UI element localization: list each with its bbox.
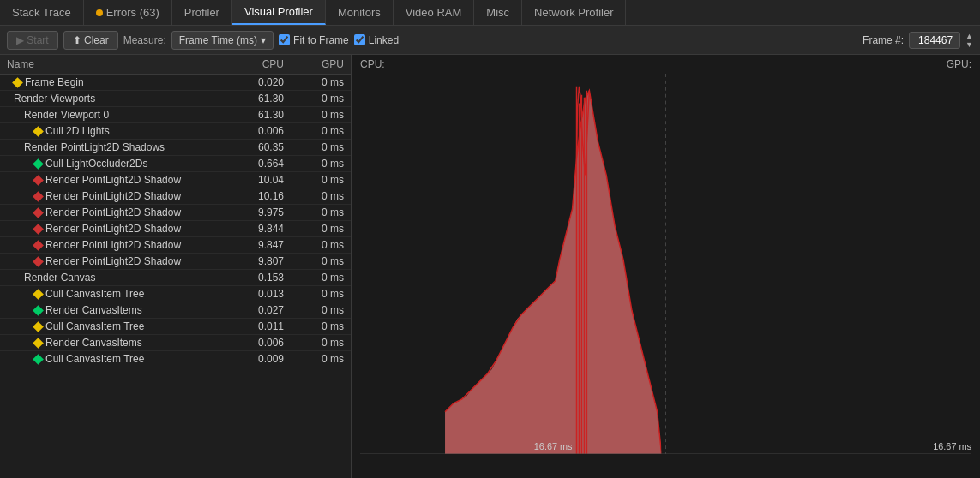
row-cpu-value: 0.020: [224, 76, 284, 88]
chart-labels: CPU: GPU:: [352, 55, 980, 74]
row-gpu-value: 0 ms: [284, 239, 344, 251]
table-row: Render PointLight2D Shadow9.8070 ms: [0, 254, 351, 270]
table-row: Render PointLight2D Shadow10.160 ms: [0, 188, 351, 205]
row-icon: [33, 321, 44, 332]
row-name-text: Cull 2D Lights: [45, 125, 110, 137]
table-row: Cull LightOccluder2Ds0.6640 ms: [0, 156, 351, 172]
row-gpu-value: 0 ms: [284, 174, 344, 186]
row-gpu-value: 0 ms: [284, 190, 344, 202]
row-gpu-value: 0 ms: [284, 223, 344, 235]
main-area: Name CPU GPU Frame Begin0.0200 msRender …: [0, 55, 980, 478]
table-row: Cull CanvasItem Tree0.0110 ms: [0, 319, 351, 335]
row-cpu-value: 9.847: [224, 239, 284, 251]
error-dot: [96, 9, 103, 16]
chevron-down-icon: ▾: [261, 34, 266, 46]
table-row: Cull 2D Lights0.0060 ms: [0, 123, 351, 140]
table-header: Name CPU GPU: [0, 55, 351, 75]
row-name-text: Render CanvasItems: [45, 337, 142, 349]
frame-label: Frame #:: [863, 34, 904, 46]
tab-misc[interactable]: Misc: [474, 0, 522, 25]
right-panel: CPU: GPU:: [352, 55, 980, 478]
row-name-text: Cull CanvasItem Tree: [45, 320, 144, 332]
svg-text:16.67 ms: 16.67 ms: [933, 441, 971, 451]
table-rows: Frame Begin0.0200 msRender Viewports61.3…: [0, 75, 351, 367]
row-cpu-value: 0.009: [224, 353, 284, 365]
row-name-text: Render PointLight2D Shadow: [45, 223, 181, 235]
row-cpu-value: 9.844: [224, 223, 284, 235]
row-gpu-value: 0 ms: [284, 272, 344, 284]
nav-tabs: Stack Trace Errors (63) Profiler Visual …: [0, 0, 980, 26]
tab-profiler[interactable]: Profiler: [172, 0, 232, 25]
spinner-down-icon[interactable]: ▼: [965, 40, 973, 49]
row-gpu-value: 0 ms: [284, 93, 344, 105]
row-gpu-value: 0 ms: [284, 337, 344, 349]
row-cpu-value: 10.16: [224, 190, 284, 202]
table-row: Render CanvasItems0.0060 ms: [0, 335, 351, 351]
frame-number-area: Frame #: 184467 ▲ ▼: [863, 32, 973, 49]
table-row: Render CanvasItems0.0270 ms: [0, 302, 351, 319]
row-name-text: Cull CanvasItem Tree: [45, 353, 144, 365]
row-cpu-value: 61.30: [224, 93, 284, 105]
chart-svg: 16.67 ms 16.67 ms: [360, 74, 971, 454]
row-name-text: Render PointLight2D Shadow: [45, 174, 181, 186]
row-name-text: Render PointLight2D Shadow: [45, 190, 181, 202]
row-gpu-value: 0 ms: [284, 125, 344, 137]
table-row: Render PointLight2D Shadows60.350 ms: [0, 140, 351, 156]
row-cpu-value: 10.04: [224, 174, 284, 186]
clear-button[interactable]: ⬆ Clear: [63, 31, 118, 50]
row-gpu-value: 0 ms: [284, 304, 344, 316]
row-name-text: Cull CanvasItem Tree: [45, 288, 144, 300]
row-cpu-value: 0.664: [224, 158, 284, 170]
row-cpu-value: 9.807: [224, 255, 284, 267]
row-gpu-value: 0 ms: [284, 320, 344, 332]
table-row: Cull CanvasItem Tree0.0090 ms: [0, 351, 351, 367]
row-icon: [33, 207, 44, 218]
row-icon: [33, 240, 44, 251]
row-icon: [33, 224, 44, 235]
row-gpu-value: 0 ms: [284, 158, 344, 170]
frame-value: 184467: [909, 32, 960, 49]
row-gpu-value: 0 ms: [284, 76, 344, 88]
chart-area: 16.67 ms 16.67 ms: [360, 74, 971, 454]
row-cpu-value: 0.011: [224, 320, 284, 332]
measure-dropdown[interactable]: Frame Time (ms) ▾: [171, 31, 274, 50]
spinner-up-icon[interactable]: ▲: [965, 32, 973, 40]
row-name-text: Render PointLight2D Shadows: [24, 141, 165, 153]
row-icon: [33, 126, 44, 137]
tab-video-ram[interactable]: Video RAM: [394, 0, 475, 25]
row-gpu-value: 0 ms: [284, 353, 344, 365]
frame-spinner[interactable]: ▲ ▼: [965, 32, 973, 49]
fit-to-frame-checkbox[interactable]: Fit to Frame: [279, 34, 349, 46]
row-icon: [12, 77, 23, 88]
table-row: Cull CanvasItem Tree0.0130 ms: [0, 286, 351, 302]
table-row: Render PointLight2D Shadow9.9750 ms: [0, 205, 351, 221]
table-row: Render PointLight2D Shadow9.8470 ms: [0, 237, 351, 254]
linked-checkbox[interactable]: Linked: [354, 34, 399, 46]
tab-network-profiler[interactable]: Network Profiler: [522, 0, 626, 25]
row-cpu-value: 0.006: [224, 125, 284, 137]
table-row: Render PointLight2D Shadow9.8440 ms: [0, 221, 351, 237]
row-icon: [33, 256, 44, 267]
row-icon: [33, 175, 44, 186]
row-gpu-value: 0 ms: [284, 206, 344, 218]
table-row: Render Viewports61.300 ms: [0, 91, 351, 107]
tab-visual-profiler[interactable]: Visual Profiler: [232, 0, 326, 25]
row-gpu-value: 0 ms: [284, 141, 344, 153]
row-icon: [33, 289, 44, 300]
row-icon: [33, 305, 44, 316]
row-name-text: Render Viewports: [14, 93, 95, 105]
row-cpu-value: 0.027: [224, 304, 284, 316]
row-name-text: Render PointLight2D Shadow: [45, 206, 181, 218]
tab-monitors[interactable]: Monitors: [326, 0, 394, 25]
gpu-label: GPU:: [947, 58, 971, 70]
row-cpu-value: 61.30: [224, 109, 284, 121]
start-button[interactable]: ▶ Start: [7, 31, 58, 50]
row-cpu-value: 60.35: [224, 141, 284, 153]
row-name-text: Frame Begin: [25, 76, 84, 88]
left-panel: Name CPU GPU Frame Begin0.0200 msRender …: [0, 55, 352, 478]
row-name-text: Render PointLight2D Shadow: [45, 239, 181, 251]
row-gpu-value: 0 ms: [284, 255, 344, 267]
row-icon: [33, 354, 44, 365]
tab-stack-trace[interactable]: Stack Trace: [0, 0, 84, 25]
tab-errors[interactable]: Errors (63): [84, 0, 172, 25]
